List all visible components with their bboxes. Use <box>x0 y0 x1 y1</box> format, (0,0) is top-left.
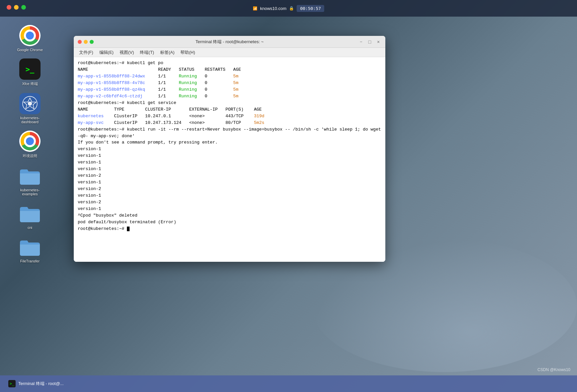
k8s-icon <box>19 93 41 114</box>
env-icon <box>19 131 41 152</box>
terminal-line: version-1 <box>78 206 381 212</box>
menu-file[interactable]: 文件(F) <box>76 49 96 56</box>
terminal-icon-bg: >_ <box>19 58 41 80</box>
terminal-title: Terminal 终端 - root@kubernetes: ~ <box>195 39 263 45</box>
minimize-dot[interactable] <box>14 5 19 10</box>
title-dots <box>78 40 94 44</box>
terminal-icon: >_ <box>19 58 41 80</box>
env-chrome-icon <box>19 131 41 152</box>
dock-item-chrome[interactable]: Google Chrome <box>15 23 45 53</box>
menu-view[interactable]: 视图(V) <box>117 49 137 56</box>
dock-label-filetransfer: FileTransfer <box>20 259 40 263</box>
terminal-line: version-1 <box>78 166 381 172</box>
terminal-line: my-app-svc ClusterIP 10.247.173.124 <non… <box>78 120 381 126</box>
signal-icon: 📶 <box>253 6 257 11</box>
taskbar-terminal-symbol: >_ <box>10 381 14 386</box>
dock-item-terminal[interactable]: >_ Xfce 终端 <box>18 57 42 88</box>
dock-label-env: 环境说明 <box>23 153 37 158</box>
terminal-titlebar: Terminal 终端 - root@kubernetes: ~ － □ × <box>74 36 385 48</box>
terminal-line: version-1 <box>78 179 381 186</box>
chrome-icon-bg <box>19 25 41 46</box>
terminal-line: version-2 <box>78 199 381 206</box>
menu-edit[interactable]: 编辑(E) <box>97 49 116 56</box>
traffic-lights <box>7 5 26 10</box>
terminal-menu: 文件(F) 编辑(E) 视图(V) 终端(T) 标签(A) 帮助(H) <box>74 48 385 57</box>
dock-label-cni: cni <box>28 226 32 230</box>
terminal-window: Terminal 终端 - root@kubernetes: ~ － □ × 文… <box>74 36 385 262</box>
terminal-line: NAME TYPE CLUSTER-IP EXTERNAL-IP PORT(S)… <box>78 106 381 113</box>
terminal-line: version-2 <box>78 186 381 192</box>
env-center <box>26 137 34 145</box>
terminal-line: my-app-v2-c6bfdf4c6-ctzdj 1/1 Running 0 … <box>78 93 381 100</box>
taskbar-terminal-label: Terminal 终端 - root@... <box>18 381 64 387</box>
terminal-line: version-1 <box>78 192 381 199</box>
dock-label-k8s: kubernetes-dashboard <box>20 116 40 124</box>
menubar-center: 📶 knows10.com 🔒 00:50:57 <box>253 5 324 12</box>
folder-svg <box>19 167 41 185</box>
title-minimize[interactable] <box>84 40 88 44</box>
terminal-line: root@kubernetes:~# kubectl run -it --rm … <box>78 126 381 139</box>
cni-icon <box>19 203 41 224</box>
title-minimize-btn[interactable]: － <box>358 39 364 45</box>
title-maximize[interactable] <box>90 40 94 44</box>
k8s-icon-bg <box>19 93 41 114</box>
cni-folder-svg <box>19 204 41 222</box>
menubar: 📶 knows10.com 🔒 00:50:57 <box>0 0 577 17</box>
taskbar-terminal-icon: >_ <box>8 380 16 387</box>
maximize-dot[interactable] <box>21 5 26 10</box>
title-controls-right: － □ × <box>358 39 381 45</box>
dock-label-terminal: Xfce 终端 <box>22 81 38 86</box>
ft-folder-svg <box>19 238 41 256</box>
filetransfer-icon <box>19 236 41 257</box>
menu-terminal[interactable]: 终端(T) <box>137 49 157 56</box>
dock: Google Chrome >_ Xfce 终端 <box>0 17 60 375</box>
desktop: 📶 knows10.com 🔒 00:50:57 Google Chrome >… <box>0 0 577 392</box>
lock-icon: 🔒 <box>289 6 294 11</box>
title-restore-btn[interactable]: □ <box>367 39 373 45</box>
terminal-content[interactable]: root@kubernetes:~# kubectl get po NAME R… <box>74 57 385 262</box>
terminal-line: root@kubernetes:~# kubectl get po <box>78 60 381 66</box>
k8s-svg <box>22 95 38 112</box>
taskbar: >_ Terminal 终端 - root@... <box>0 375 577 392</box>
watermark-text: CSDN @Knows10 <box>537 367 570 372</box>
terminal-line: my-app-v1-8558b8ff88-qz4kq 1/1 Running 0… <box>78 86 381 93</box>
menu-tabs[interactable]: 标签(A) <box>157 49 177 56</box>
dock-item-k8s-examples[interactable]: kubernetes-examples <box>18 163 42 198</box>
dock-item-cni[interactable]: cni <box>18 201 42 231</box>
title-close-btn[interactable]: × <box>375 39 381 45</box>
terminal-line: version-1 <box>78 159 381 166</box>
terminal-line: ^Cpod "busybox" deleted <box>78 212 381 219</box>
terminal-line: pod default/busybox terminated (Error) <box>78 219 381 226</box>
terminal-line: version-2 <box>78 172 381 179</box>
dock-label-k8s-examples: kubernetes-examples <box>20 188 40 196</box>
title-close[interactable] <box>78 40 82 44</box>
terminal-prompt-line: root@kubernetes:~# <box>78 226 381 232</box>
k8s-examples-icon <box>19 165 41 186</box>
terminal-line: NAME READY STATUS RESTARTS AGE <box>78 66 381 73</box>
terminal-line: my-app-v1-8558b8ff88-4v78c 1/1 Running 0… <box>78 80 381 86</box>
terminal-line: root@kubernetes:~# kubectl get service <box>78 100 381 106</box>
svg-point-2 <box>28 102 32 106</box>
terminal-line: version-1 <box>78 152 381 159</box>
watermark: CSDN @Knows10 <box>537 367 570 372</box>
close-dot[interactable] <box>7 5 11 10</box>
terminal-icon-text: >_ <box>26 65 35 73</box>
menubar-url: knows10.com <box>260 6 286 11</box>
menubar-time: 00:50:57 <box>297 5 324 12</box>
dock-label-chrome: Google Chrome <box>17 48 43 52</box>
terminal-line: my-app-v1-8558b8ff88-24dwx 1/1 Running 0… <box>78 73 381 80</box>
terminal-cursor <box>127 227 130 231</box>
chrome-center <box>26 32 34 40</box>
menu-help[interactable]: 帮助(H) <box>178 49 198 56</box>
dock-item-filetransfer[interactable]: FileTransfer <box>18 235 42 265</box>
terminal-line: version-1 <box>78 146 381 152</box>
dock-item-env[interactable]: 环境说明 <box>18 129 42 160</box>
terminal-line: kubernetes ClusterIP 10.247.0.1 <none> 4… <box>78 113 381 120</box>
taskbar-terminal-item[interactable]: >_ Terminal 终端 - root@... <box>5 378 67 389</box>
terminal-line: If you don't see a command prompt, try p… <box>78 139 381 146</box>
dock-item-k8s[interactable]: kubernetes-dashboard <box>18 91 42 126</box>
chrome-icon <box>19 25 41 46</box>
